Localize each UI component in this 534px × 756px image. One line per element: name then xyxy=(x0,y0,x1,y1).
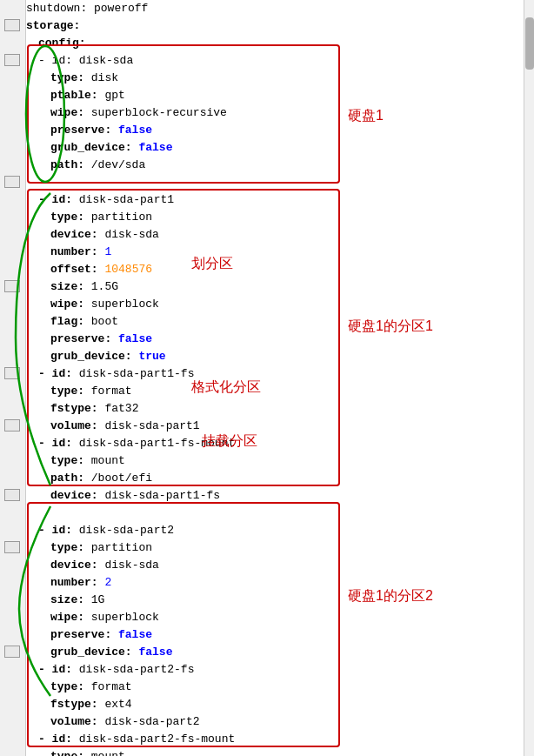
disk-sda-id: - id: disk-sda xyxy=(26,52,522,70)
scrollbar-thumb[interactable] xyxy=(525,17,534,70)
part1-mount-device: device: disk-sda-part1-fs xyxy=(26,487,522,505)
line-marker-1 xyxy=(4,19,20,31)
line-marker-7 xyxy=(4,489,20,501)
part1-mount-path: path: /boot/efi xyxy=(26,470,522,487)
part1-type: type: partition xyxy=(26,209,522,226)
blank-1 xyxy=(26,174,522,191)
part2-fs-volume: volume: disk-sda-part2 xyxy=(26,713,522,731)
part1-flag: flag: boot xyxy=(26,313,522,331)
disk-sda-ptable: ptable: gpt xyxy=(26,87,522,104)
part2-id: - id: disk-sda-part2 xyxy=(26,522,522,539)
part1-fs-volume: volume: disk-sda-part1 xyxy=(26,418,522,435)
gutter xyxy=(0,0,26,756)
code-area: shutdown: poweroff storage: config: - id… xyxy=(26,0,522,756)
part1-mount-id: - id: disk-sda-part1-fs-mount xyxy=(26,435,522,452)
config-line: config: xyxy=(26,35,522,52)
part2-device: device: disk-sda xyxy=(26,557,522,574)
part2-grub: grub_device: false xyxy=(26,644,522,661)
line-marker-3 xyxy=(4,176,20,188)
line-marker-8 xyxy=(4,541,20,553)
part2-mount-type: type: mount xyxy=(26,748,522,756)
part1-offset: offset: 1048576 xyxy=(26,261,522,278)
part1-preserve: preserve: false xyxy=(26,331,522,348)
part2-size: size: 1G xyxy=(26,592,522,609)
disk-sda-grub: grub_device: false xyxy=(26,139,522,157)
part2-fs-type: type: format xyxy=(26,679,522,696)
disk-sda-wipe: wipe: superblock-recursive xyxy=(26,104,522,122)
part2-mount-id: - id: disk-sda-part2-fs-mount xyxy=(26,731,522,748)
line-marker-2 xyxy=(4,54,20,66)
disk-sda-path: path: /dev/sda xyxy=(26,157,522,174)
disk-sda-preserve: preserve: false xyxy=(26,122,522,139)
line-marker-4 xyxy=(4,280,20,292)
part1-mount-type: type: mount xyxy=(26,452,522,470)
part1-fs-fstype: fstype: fat32 xyxy=(26,400,522,418)
storage-line: storage: xyxy=(26,17,522,35)
part2-fs-fstype: fstype: ext4 xyxy=(26,696,522,713)
part2-type: type: partition xyxy=(26,539,522,557)
part1-wipe: wipe: superblock xyxy=(26,296,522,313)
blank-2 xyxy=(26,505,522,522)
page-wrapper: shutdown: poweroff storage: config: - id… xyxy=(0,0,534,756)
part1-grub: grub_device: true xyxy=(26,348,522,365)
part1-size: size: 1.5G xyxy=(26,278,522,296)
line-marker-9 xyxy=(4,646,20,658)
scrollbar-track[interactable] xyxy=(524,0,534,756)
part1-number: number: 1 xyxy=(26,244,522,261)
part1-fs-type: type: format xyxy=(26,383,522,400)
part2-preserve: preserve: false xyxy=(26,626,522,644)
part2-number: number: 2 xyxy=(26,574,522,592)
top-partial-line: shutdown: poweroff xyxy=(26,0,522,17)
part1-fs-id: - id: disk-sda-part1-fs xyxy=(26,365,522,383)
part2-wipe: wipe: superblock xyxy=(26,609,522,626)
part2-fs-id: - id: disk-sda-part2-fs xyxy=(26,661,522,679)
part1-id: - id: disk-sda-part1 xyxy=(26,191,522,209)
line-marker-6 xyxy=(4,419,20,432)
line-marker-5 xyxy=(4,367,20,379)
part1-device: device: disk-sda xyxy=(26,226,522,244)
disk-sda-type: type: disk xyxy=(26,70,522,87)
